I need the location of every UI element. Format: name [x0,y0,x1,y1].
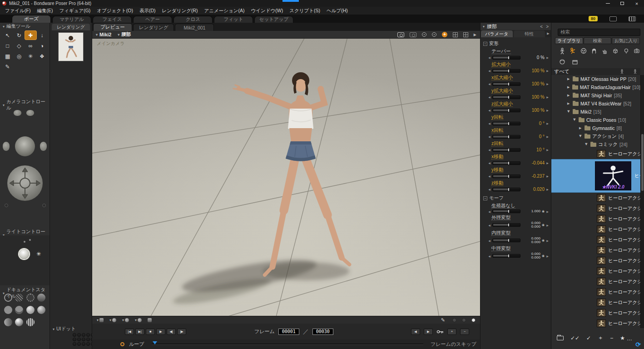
keyed-indicator-icon[interactable]: ◉ [542,239,545,242]
edit-pencil-icon[interactable]: ✎ [441,317,445,323]
parameter-value[interactable]: 0.020 [522,187,545,192]
dial-increment-icon[interactable]: ▶ [546,254,549,258]
parameter-slider[interactable] [492,174,520,178]
color-tool[interactable]: ◑ [36,41,48,50]
dial-increment-icon[interactable]: ▶ [546,82,549,85]
room-tab[interactable]: クロス [173,16,213,23]
lit-wireframe-style[interactable] [4,306,12,314]
more-options-icon[interactable]: … [627,335,633,342]
display-panel-icon[interactable] [609,16,617,21]
dial-increment-icon[interactable]: ▶ [546,135,549,138]
current-frame-field[interactable]: 00001 [278,329,299,335]
menu-item[interactable]: オブジェクト(O) [94,8,136,14]
twisty-icon[interactable]: ▶ [567,94,571,97]
render-preview-tab[interactable]: レンダリング [52,24,90,30]
camera-animation-dot[interactable] [5,204,8,207]
morphing-brush-tool[interactable]: ✎ [2,62,13,71]
library-folder-row[interactable]: ▶ MAT RadiantJaguarHair [10] [551,83,640,91]
library-pose-item[interactable]: ヒーローアクション [551,224,640,234]
light-brightness-icon[interactable]: ✳ [36,251,41,257]
preview-style-dropdown[interactable]: ▾ [109,318,116,322]
parameter-value[interactable]: 0 % [522,55,545,60]
params-tab[interactable]: パラメータ [481,30,513,37]
parameter-slider[interactable] [492,109,520,112]
dial-decrement-icon[interactable]: ◀ [488,239,491,242]
keyed-indicator-icon[interactable]: ◉ [542,209,545,213]
new-folder-button[interactable] [557,336,564,340]
library-root-row[interactable]: すべて [551,68,640,75]
pane-layout-icon[interactable] [453,32,458,37]
library-tab[interactable]: お気に入り [612,37,640,44]
library-folder-row[interactable]: ▶ MAT Olessas Hair PP [20] [551,75,640,83]
library-tab[interactable]: ライブラリ [555,37,583,44]
ui-dot[interactable] [82,342,85,346]
ui-dot[interactable] [73,338,76,341]
twisty-icon[interactable]: ▶ [567,110,570,114]
close-button[interactable]: × [629,0,644,7]
view-dot-active[interactable] [471,318,476,322]
morph-values[interactable]: 1.000 [522,209,540,213]
outline-style[interactable] [15,294,23,302]
ui-dot[interactable] [73,333,76,337]
maximize-button[interactable] [615,0,629,7]
remove-item-button[interactable]: − [610,335,613,341]
timeline-scrubber[interactable] [152,344,423,345]
add-keyframe-button[interactable]: + [447,329,456,335]
scale-tool[interactable]: □ [2,41,13,50]
menu-item[interactable]: フィギュア(G) [56,8,94,14]
deform-group-header[interactable]: − 変形 [483,40,548,47]
ui-dot[interactable] [86,342,90,346]
morph-slider[interactable] [492,239,520,242]
total-frames-field[interactable]: 00030 [312,329,333,335]
translate-pull-tool[interactable]: ✚ [25,31,36,40]
scrollbar-thumb[interactable] [641,134,644,191]
loop-toggle[interactable] [120,342,124,346]
dial-increment-icon[interactable]: ▶ [546,210,549,213]
render-camera-icon[interactable] [397,32,404,37]
params-tab-overflow-icon[interactable]: ▶ [545,30,551,37]
library-pose-item[interactable]: ヒーローアクション [551,276,640,287]
next-keyframe-button[interactable]: ▶ [424,329,433,335]
parameter-slider[interactable] [492,135,520,139]
morph-values[interactable]: 0.0000.000 [522,221,540,229]
keyframe-key-icon[interactable] [436,329,444,334]
materials-category-icon[interactable] [558,57,567,66]
camera-name-label[interactable]: メインカメラ [97,40,124,47]
parameter-slider[interactable] [492,56,520,60]
library-search-input[interactable]: 検索 [558,29,640,36]
dial-increment-icon[interactable]: ▶ [546,148,549,151]
camera-flyaround-dot[interactable] [42,204,46,207]
parameter-slider[interactable] [492,148,520,152]
dial-decrement-icon[interactable]: ◀ [488,161,491,165]
edit-tools-header[interactable]: ▾編集ツール [0,23,50,30]
render-preview-dot-icon[interactable] [432,32,436,37]
hair-category-icon[interactable] [590,46,599,55]
depth-cue-dropdown[interactable]: ▾ [97,318,104,322]
parameter-value[interactable]: 100 % [522,108,545,113]
ui-dot[interactable] [82,333,85,337]
dial-increment-icon[interactable]: ▶ [546,188,549,191]
parameter-slider[interactable] [492,95,520,99]
morph-group-header[interactable]: − モーフ [483,195,548,201]
sketch-style[interactable] [37,318,45,326]
face-camera-preview[interactable] [15,136,35,156]
parameter-value[interactable]: 10 ° [522,147,545,152]
parameter-value[interactable]: 100 % [522,68,545,73]
rotate-tool[interactable]: ↻ [13,31,25,40]
parameter-value[interactable]: -0.237 [522,174,545,179]
smooth-shaded-style[interactable] [4,318,12,326]
figure-selector[interactable]: ▾Miki2 [96,32,111,37]
keyed-indicator-icon[interactable]: ◉ [542,223,545,227]
ui-dot[interactable] [73,342,76,346]
library-tab[interactable]: 検索 [584,37,612,44]
minimize-button[interactable] [600,0,615,7]
dial-decrement-icon[interactable]: ◀ [488,210,491,213]
stop-button[interactable]: ■ [146,329,155,335]
menu-item[interactable]: 表示(D) [136,8,159,14]
parameter-value[interactable]: 0 ° [522,121,545,126]
expressions-category-icon[interactable] [579,46,588,55]
library-pose-item[interactable]: ヒーローアクション [551,214,640,224]
hidden-line-style[interactable] [37,294,45,302]
apply-double-check-button[interactable]: ✓✓ [570,335,580,341]
keyed-indicator-icon[interactable]: ◉ [542,254,545,258]
